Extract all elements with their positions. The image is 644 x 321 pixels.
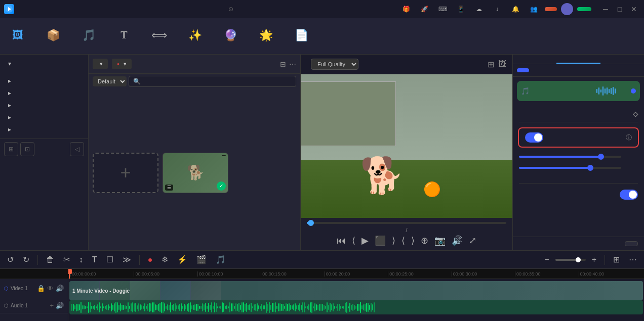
toolbar-effects[interactable]: ✨	[177, 18, 213, 55]
keyboard-icon[interactable]: ⌨	[435, 2, 450, 16]
import-button[interactable]: ▾	[93, 59, 108, 69]
grid-view-icon[interactable]: ⊞	[488, 60, 494, 69]
skip-back-button[interactable]: ⏮	[337, 236, 346, 246]
track-mute-icon[interactable]: 🔊	[56, 285, 64, 292]
fullscreen-button[interactable]: ⤢	[469, 235, 476, 246]
cloud-icon[interactable]: ☁	[472, 2, 486, 16]
zoom-in-button[interactable]: +	[589, 254, 599, 265]
speed-button[interactable]: ≫	[119, 254, 134, 265]
video-media-item[interactable]: 🐕 ☰ ✓	[163, 153, 228, 247]
filter-icon[interactable]: ⊟	[280, 60, 286, 68]
audio-sep-button[interactable]: 🎵	[213, 254, 229, 265]
stop-button[interactable]: ⬛	[375, 235, 386, 246]
cut-button[interactable]: ✂	[60, 254, 73, 265]
track-audio-vol-icon[interactable]: 🔊	[56, 302, 64, 309]
voice-clarity-slider[interactable]	[519, 156, 621, 158]
record-tl-button[interactable]: ●	[145, 254, 156, 265]
sidebar-item-influence-kit[interactable]: ▸	[4, 99, 84, 111]
close-button[interactable]: ✕	[628, 3, 640, 15]
sidebar-item-compound-cli[interactable]: ▸	[4, 123, 84, 135]
maximize-button[interactable]: □	[614, 3, 626, 15]
search-input[interactable]	[143, 78, 292, 84]
export-button[interactable]	[577, 7, 591, 11]
sidebar-item-adjustment-la[interactable]: ▸	[4, 111, 84, 123]
quality-select[interactable]: Full Quality	[311, 59, 358, 70]
notification-icon[interactable]: 🔔	[508, 2, 522, 16]
user-avatar[interactable]	[561, 3, 573, 15]
sort-select[interactable]: Default	[93, 76, 127, 86]
toolbar-stock-media[interactable]: 📦	[35, 18, 71, 55]
delete-button[interactable]: 🗑	[43, 254, 57, 265]
gift-icon[interactable]: 🎁	[399, 2, 413, 16]
tab-color[interactable]	[600, 55, 644, 64]
scene-button[interactable]: 🎬	[193, 254, 210, 265]
sub-tab-voice-changer[interactable]	[531, 68, 543, 72]
rocket-icon[interactable]: 🚀	[417, 2, 431, 16]
photo-view-icon[interactable]: 🖼	[498, 60, 506, 69]
info-icon[interactable]: ⓘ	[626, 133, 632, 142]
type-badge: ☰	[165, 185, 173, 191]
record-button[interactable]: ● ▾	[112, 59, 132, 69]
zoom-out-button[interactable]: −	[541, 254, 552, 265]
ruler-spacer	[0, 269, 68, 279]
redo-button[interactable]: ↻	[20, 254, 32, 265]
toolbar-audio[interactable]: 🎵	[71, 18, 106, 55]
audio-button[interactable]: 🔊	[452, 235, 463, 246]
device-icon[interactable]: 📱	[454, 2, 468, 16]
grid-button[interactable]: ⊞	[610, 254, 623, 265]
community-icon[interactable]: 👥	[527, 2, 541, 16]
ai-enhancer-toggle[interactable]	[525, 132, 543, 143]
next-frame-button[interactable]: ⟩	[392, 235, 395, 246]
zoom-slider[interactable]	[555, 259, 586, 261]
ai-cut-button[interactable]: ⚡	[174, 254, 190, 265]
sidebar-item-project-media[interactable]: ▾	[4, 58, 84, 70]
track-eye-icon[interactable]: 👁	[47, 285, 54, 292]
panel-collapse[interactable]: ◁	[70, 142, 84, 156]
sidebar-item-folder[interactable]	[4, 70, 84, 75]
undo-button[interactable]: ↺	[4, 254, 17, 265]
ruler-mark-4: 00:00:20:00	[325, 271, 388, 277]
snapshot-button[interactable]: 📷	[434, 235, 446, 246]
sub-tab-basic[interactable]	[517, 68, 529, 72]
toolbar-templates[interactable]: 📄	[284, 18, 319, 55]
play-button[interactable]: ▶	[361, 235, 369, 246]
tab-video[interactable]	[513, 55, 556, 64]
toolbar-filters[interactable]: 🔮	[213, 18, 248, 55]
panel-action-1[interactable]: ⊞	[4, 142, 18, 156]
bottom-buttons	[513, 237, 644, 250]
audio-track[interactable]: // Generate waveform bars const waveCont…	[69, 300, 643, 314]
toolbar-transitions[interactable]: ⟺	[142, 18, 177, 55]
more-tl-button[interactable]: ⋯	[626, 254, 640, 265]
voice-beautification-row	[519, 167, 638, 169]
toolbar-stickers[interactable]: 🌟	[248, 18, 284, 55]
mark-in-button[interactable]: ⟨	[401, 235, 405, 246]
sidebar-item-global-media[interactable]: ▸	[4, 75, 84, 87]
minimize-button[interactable]: ─	[599, 3, 612, 15]
purchase-button[interactable]	[545, 7, 557, 11]
player-timeline[interactable]	[307, 222, 506, 224]
ruler-mark-0: 00:00:00:00	[70, 271, 134, 277]
track-lock-icon[interactable]: 🔒	[37, 285, 45, 292]
freeze-button[interactable]: ❄	[158, 254, 171, 265]
toolbar-titles[interactable]: T	[106, 18, 142, 55]
video-track[interactable]: 1 Minute Video - Doggie	[69, 281, 643, 300]
prev-frame-button[interactable]: ⟨	[352, 235, 355, 246]
more-icon[interactable]: ⋯	[289, 60, 296, 68]
add-to-timeline-button[interactable]: ⊕	[421, 235, 428, 246]
clip-button[interactable]: ☐	[103, 254, 116, 265]
toolbar-media[interactable]: 🖼	[0, 18, 35, 55]
panel-section: ▾ ▸ ▸ ▸ ▸ ▸	[0, 55, 88, 139]
mark-out-button[interactable]: ⟩	[411, 235, 415, 246]
wind-removal-toggle[interactable]	[620, 190, 638, 200]
download-icon[interactable]: ↓	[490, 2, 504, 16]
keyframe-panel-button[interactable]	[625, 241, 638, 246]
import-media-item[interactable]: +	[93, 153, 158, 247]
text-button[interactable]: T	[89, 254, 100, 265]
reset-button[interactable]	[519, 242, 527, 246]
track-audio-add-icon[interactable]: +	[50, 302, 54, 309]
sidebar-item-cloud-media[interactable]: ▸	[4, 87, 84, 99]
voice-beautification-slider[interactable]	[519, 167, 621, 169]
panel-action-2[interactable]: ⊡	[20, 142, 34, 156]
crop-button[interactable]: ↕	[76, 254, 86, 265]
tab-audio[interactable]	[556, 55, 600, 64]
